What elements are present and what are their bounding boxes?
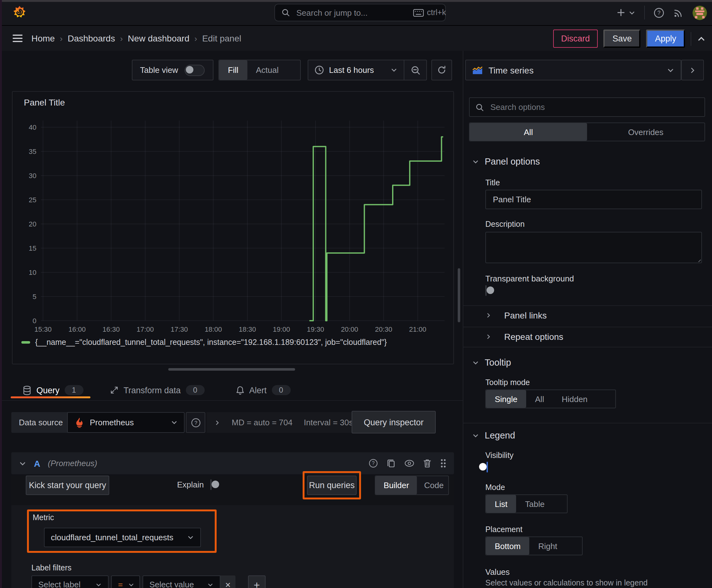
- delete-query-trash-icon[interactable]: [423, 459, 431, 468]
- svg-text:10: 10: [29, 269, 37, 276]
- run-queries-button[interactable]: Run queries: [307, 476, 357, 495]
- time-series-chart[interactable]: 051015202530354015:3016:0016:3017:0017:3…: [13, 92, 453, 343]
- breadcrumb-new-dashboard[interactable]: New dashboard: [128, 33, 189, 43]
- section-panel-options[interactable]: Panel options: [472, 156, 540, 166]
- collapse-pane-button[interactable]: [681, 60, 704, 80]
- operator-dropdown[interactable]: =: [111, 575, 140, 588]
- breadcrumb: Home › Dashboards › New dashboard › Edit…: [31, 33, 241, 43]
- section-panel-options-label: Panel options: [485, 156, 540, 166]
- datasource-picker[interactable]: Prometheus: [67, 412, 185, 433]
- chevron-down-icon: [667, 66, 674, 74]
- drag-handle-icon[interactable]: [440, 459, 447, 468]
- tooltip-mode-single[interactable]: Single: [486, 390, 526, 408]
- grafana-logo-icon[interactable]: [13, 6, 26, 19]
- label-filters-label: Label filters: [31, 564, 71, 572]
- tab-query-label: Query: [37, 385, 60, 395]
- scrollbar-thumb[interactable]: [458, 268, 460, 322]
- chevron-down-icon[interactable]: [19, 460, 26, 467]
- panel-title-field[interactable]: [486, 190, 702, 209]
- global-search[interactable]: ctrl+k: [274, 4, 446, 21]
- transparent-background-toggle[interactable]: [486, 285, 487, 296]
- breadcrumb-dashboards[interactable]: Dashboards: [67, 33, 115, 43]
- svg-text:18:30: 18:30: [239, 326, 256, 333]
- add-new-button[interactable]: [616, 7, 635, 18]
- options-search-input[interactable]: [489, 102, 699, 112]
- section-repeat-options[interactable]: Repeat options: [486, 332, 563, 342]
- svg-text:?: ?: [194, 420, 197, 426]
- svg-text:20:30: 20:30: [375, 326, 392, 333]
- legend-placement-right[interactable]: Right: [529, 537, 566, 555]
- collapse-options-chevron-up-icon[interactable]: [697, 34, 706, 43]
- tab-alert[interactable]: Alert 0: [230, 379, 297, 401]
- svg-text:20:00: 20:00: [341, 326, 358, 333]
- visualization-picker[interactable]: Time series: [465, 60, 681, 80]
- metric-select[interactable]: cloudflared_tunnel_total_requests: [44, 528, 201, 547]
- select-label-dropdown[interactable]: Select label: [31, 575, 109, 588]
- chart-legend[interactable]: {__name__="cloudflared_tunnel_total_requ…: [21, 338, 387, 347]
- svg-text:?: ?: [657, 9, 661, 16]
- filter-tab-all[interactable]: All: [470, 123, 587, 141]
- svg-text:30: 30: [29, 172, 37, 180]
- fill-option[interactable]: Fill: [219, 60, 247, 80]
- builder-option[interactable]: Builder: [375, 476, 417, 495]
- tooltip-mode-all[interactable]: All: [526, 390, 553, 408]
- section-tooltip[interactable]: Tooltip: [472, 357, 511, 368]
- panel-title-input[interactable]: [492, 194, 696, 205]
- chart-panel: Panel Title 051015202530354015:3016:0016…: [12, 91, 454, 364]
- select-value-dropdown[interactable]: Select value: [143, 575, 220, 588]
- section-legend[interactable]: Legend: [472, 430, 515, 440]
- filter-tab-overrides[interactable]: Overrides: [587, 123, 705, 141]
- tab-transform-label: Transform data: [124, 385, 181, 395]
- tab-transform-data[interactable]: Transform data 0: [104, 379, 211, 401]
- section-panel-links-label: Panel links: [504, 310, 546, 320]
- options-search[interactable]: [469, 97, 705, 117]
- series-color-dash: [21, 341, 30, 344]
- discard-button[interactable]: Discard: [553, 29, 598, 48]
- query-row-header[interactable]: A (Prometheus) ?: [11, 452, 454, 474]
- textarea-resize-handle[interactable]: [695, 256, 701, 262]
- breadcrumb-home[interactable]: Home: [31, 33, 55, 43]
- user-avatar[interactable]: [693, 5, 707, 20]
- explain-toggle[interactable]: [210, 479, 212, 490]
- kick-start-query-button[interactable]: Kick start your query: [26, 476, 109, 495]
- topbar-divider: [644, 6, 645, 19]
- help-icon[interactable]: ?: [654, 7, 664, 18]
- chevron-down-icon: [472, 432, 479, 439]
- legend-mode-table[interactable]: Table: [516, 495, 553, 512]
- tab-alert-label: Alert: [249, 385, 267, 395]
- menu-hamburger-icon[interactable]: [13, 34, 23, 43]
- table-view-control: Table view: [132, 60, 214, 80]
- news-rss-icon[interactable]: [673, 7, 684, 18]
- window-edge-top: [0, 0, 712, 2]
- duplicate-query-icon[interactable]: [387, 459, 395, 468]
- zoom-out-time-icon[interactable]: [404, 60, 426, 80]
- legend-mode-list[interactable]: List: [486, 495, 516, 512]
- save-button[interactable]: Save: [604, 29, 641, 48]
- active-tab-underline: [11, 396, 90, 398]
- time-range-picker[interactable]: Last 6 hours: [308, 65, 404, 75]
- panel-description-textarea[interactable]: [486, 232, 702, 263]
- code-option[interactable]: Code: [417, 476, 449, 495]
- section-panel-links[interactable]: Panel links: [486, 310, 546, 320]
- chevron-down-icon: [472, 359, 479, 366]
- tab-alert-count: 0: [272, 385, 290, 395]
- legend-visibility-toggle[interactable]: [487, 462, 488, 472]
- disable-query-eye-icon[interactable]: [404, 459, 414, 467]
- query-inspector-button[interactable]: Query inspector: [352, 411, 436, 434]
- global-search-input[interactable]: [295, 7, 408, 18]
- add-filter-button[interactable]: +: [248, 575, 265, 588]
- remove-filter-button[interactable]: ×: [220, 575, 235, 588]
- datasource-help-button[interactable]: ?: [186, 412, 205, 433]
- actions-divider: [691, 32, 691, 45]
- apply-button[interactable]: Apply: [646, 29, 685, 48]
- options-filter-tabs: All Overrides: [469, 123, 705, 141]
- query-options-row[interactable]: MD = auto = 704 Interval = 30s: [207, 412, 362, 433]
- table-view-toggle[interactable]: [184, 64, 204, 76]
- legend-placement-bottom[interactable]: Bottom: [486, 537, 529, 555]
- tooltip-mode-hidden[interactable]: Hidden: [553, 390, 596, 408]
- actual-option[interactable]: Actual: [247, 60, 287, 80]
- query-help-icon[interactable]: ?: [369, 459, 378, 468]
- panel-resize-handle[interactable]: [168, 368, 295, 371]
- refresh-button[interactable]: [431, 60, 452, 80]
- chevron-down-icon: [628, 9, 635, 16]
